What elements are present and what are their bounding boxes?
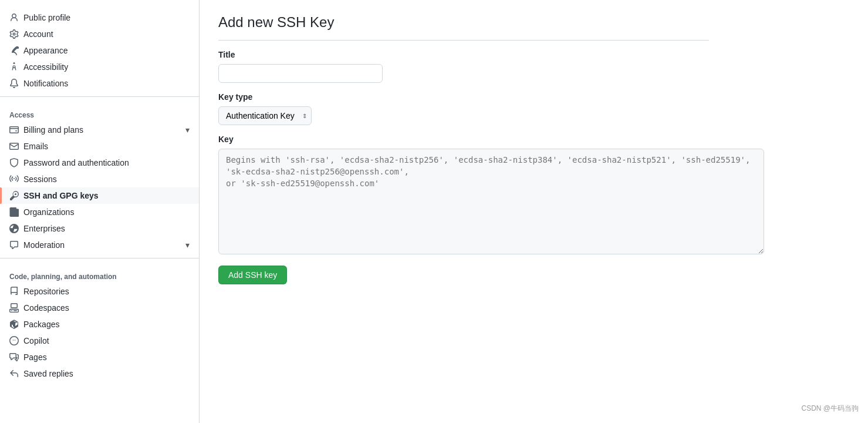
- codespaces-icon: [9, 303, 19, 313]
- sidebar-item-appearance[interactable]: Appearance: [0, 42, 199, 59]
- sidebar-item-account[interactable]: Account: [0, 26, 199, 42]
- package-icon: [9, 320, 19, 329]
- key-type-group: Key type Authentication Key Signing Key …: [218, 92, 709, 125]
- sidebar-item-organizations[interactable]: Organizations: [0, 204, 199, 220]
- shield-icon: [9, 158, 19, 167]
- sidebar-item-emails[interactable]: Emails: [0, 138, 199, 155]
- sidebar-item-label: Accessibility: [23, 62, 68, 72]
- sidebar-item-label: Appearance: [23, 46, 68, 55]
- globe-icon: [9, 224, 19, 233]
- access-section-label: Access: [0, 102, 199, 122]
- page-title: Add new SSH Key: [218, 14, 709, 41]
- main-content: Add new SSH Key Title Key type Authentic…: [200, 0, 728, 423]
- key-type-label: Key type: [218, 92, 709, 102]
- sidebar-item-moderation[interactable]: Moderation ▾: [0, 237, 199, 253]
- watermark: CSDN @牛码当驹: [801, 404, 859, 414]
- sidebar-item-sessions[interactable]: Sessions: [0, 171, 199, 187]
- sidebar-item-label: Emails: [23, 142, 48, 151]
- sidebar-item-notifications[interactable]: Notifications: [0, 75, 199, 92]
- person-icon: [9, 13, 19, 22]
- key-icon: [9, 191, 19, 200]
- chevron-down-icon-moderation: ▾: [185, 240, 190, 250]
- sidebar-item-label: Organizations: [23, 207, 74, 217]
- sidebar-item-label: Password and authentication: [23, 158, 129, 167]
- sidebar: Public profile Account Appearance Access…: [0, 0, 200, 423]
- key-group: Key: [218, 135, 709, 256]
- title-label: Title: [218, 50, 709, 59]
- creditcard-icon: [9, 125, 19, 135]
- sidebar-item-copilot[interactable]: Copilot: [0, 333, 199, 349]
- sidebar-item-label: SSH and GPG keys: [23, 191, 99, 200]
- key-type-select[interactable]: Authentication Key Signing Key: [218, 106, 312, 125]
- sidebar-item-label: Billing and plans: [23, 125, 83, 135]
- sidebar-item-packages[interactable]: Packages: [0, 316, 199, 333]
- key-label: Key: [218, 135, 709, 144]
- org-icon: [9, 207, 19, 217]
- add-ssh-key-button[interactable]: Add SSH key: [218, 266, 287, 284]
- comment-icon: [9, 240, 19, 250]
- chevron-down-icon: ▾: [185, 125, 190, 135]
- code-section-label: Code, planning, and automation: [0, 263, 199, 283]
- sidebar-item-label: Repositories: [23, 287, 69, 296]
- sidebar-item-label: Enterprises: [23, 224, 65, 233]
- sidebar-item-public-profile[interactable]: Public profile: [0, 9, 199, 26]
- title-group: Title: [218, 50, 709, 83]
- gear-icon: [9, 29, 19, 39]
- sidebar-item-enterprises[interactable]: Enterprises: [0, 220, 199, 237]
- sidebar-item-label: Codespaces: [23, 303, 69, 313]
- sidebar-item-ssh-gpg[interactable]: SSH and GPG keys: [0, 187, 199, 204]
- sidebar-item-label: Saved replies: [23, 369, 73, 378]
- sidebar-item-saved-replies[interactable]: Saved replies: [0, 365, 199, 382]
- pages-icon: [9, 352, 19, 362]
- sidebar-item-label: Account: [23, 29, 53, 39]
- sidebar-item-label: Packages: [23, 320, 59, 329]
- sidebar-item-label: Public profile: [23, 13, 70, 22]
- paintbrush-icon: [9, 46, 19, 55]
- accessibility-icon: [9, 62, 19, 72]
- sidebar-item-label: Notifications: [23, 79, 68, 88]
- sidebar-item-label: Pages: [23, 352, 47, 362]
- key-type-select-wrapper: Authentication Key Signing Key ⇕: [218, 106, 312, 125]
- sidebar-item-label: Copilot: [23, 336, 49, 345]
- sidebar-item-repositories[interactable]: Repositories: [0, 283, 199, 300]
- title-input[interactable]: [218, 64, 383, 83]
- sidebar-item-billing[interactable]: Billing and plans ▾: [0, 122, 199, 138]
- bell-icon: [9, 79, 19, 88]
- sidebar-item-pages[interactable]: Pages: [0, 349, 199, 365]
- broadcast-icon: [9, 174, 19, 184]
- sidebar-item-password-auth[interactable]: Password and authentication: [0, 155, 199, 171]
- key-textarea[interactable]: [218, 149, 764, 254]
- sidebar-item-codespaces[interactable]: Codespaces: [0, 300, 199, 316]
- sidebar-item-accessibility[interactable]: Accessibility: [0, 59, 199, 75]
- reply-icon: [9, 369, 19, 378]
- copilot-icon: [9, 336, 19, 345]
- mail-icon: [9, 142, 19, 151]
- sidebar-item-label: Sessions: [23, 174, 57, 184]
- sidebar-item-label: Moderation: [23, 240, 65, 250]
- repo-icon: [9, 287, 19, 296]
